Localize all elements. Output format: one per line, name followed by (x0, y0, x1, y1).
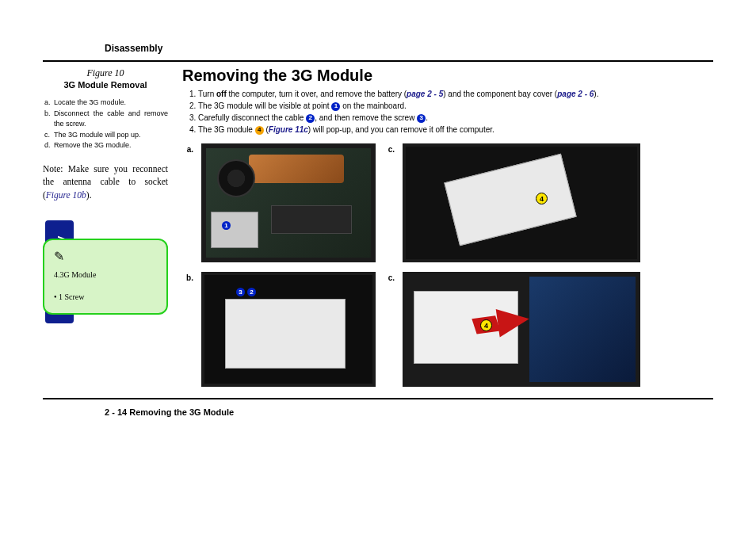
page-link-2-5[interactable]: page 2 - 5 (407, 90, 443, 98)
page-body: Disassembly Figure 10 3G Module Removal … (43, 38, 713, 417)
note-block: Note: Make sure you reconnect the antenn… (43, 162, 168, 202)
section-header: Disassembly (105, 43, 713, 54)
figure-label: Figure 10 (43, 67, 168, 79)
photo-c-top: 4 (403, 143, 640, 262)
figure-11c-link[interactable]: Figure 11c (269, 125, 308, 134)
removal-arrow-icon (496, 304, 532, 337)
photo-c-bottom: 4 (403, 272, 640, 387)
top-rule (43, 60, 713, 62)
parts-item-screw: • 1 Screw (54, 292, 157, 303)
photo-c2-marker-4: 4 (480, 319, 492, 331)
pencil-icon: ✎ (54, 248, 157, 266)
caption-c1: c. (384, 143, 395, 154)
marker-2-icon: 2 (306, 114, 315, 123)
main-column: Removing the 3G Module Turn off the comp… (182, 67, 713, 387)
step-1: Turn off the computer, turn it over, and… (198, 88, 713, 100)
figure-title: 3G Module Removal (43, 79, 168, 91)
image-grid: a. 1 c. 4 b. (182, 143, 713, 387)
photo-a-marker-1: 1 (222, 221, 231, 230)
marker-1-icon: 1 (331, 102, 340, 111)
parts-item-module: 4.3G Module (54, 269, 157, 281)
procedure-steps: Turn off the computer, turn it over, and… (182, 88, 713, 136)
parts-callout-box: ✎ 4.3G Module • 1 Screw (43, 239, 168, 315)
figure-step-d: Remove the 3G module. (54, 140, 168, 151)
figure-step-a: Locate the 3G module. (54, 97, 168, 109)
photo-b: 3 2 (201, 272, 376, 387)
page-title: Removing the 3G Module (182, 67, 713, 85)
caption-c2: c. (384, 272, 395, 282)
marker-4-icon: 4 (255, 126, 264, 135)
photo-a: 1 (201, 143, 376, 262)
marker-3-icon: 3 (417, 114, 426, 123)
step-3: Carefully disconnect the cable 2, and th… (198, 112, 713, 124)
bottom-rule (43, 398, 713, 399)
figure-steps: a.Locate the 3G module. b.Disconnect the… (44, 97, 168, 151)
step-2: The 3G module will be visible at point 1… (198, 100, 713, 112)
figure-step-c: The 3G module will pop up. (54, 130, 168, 141)
photo-b-marker-2: 2 (247, 288, 256, 296)
page-link-2-6[interactable]: page 2 - 6 (557, 90, 594, 98)
note-figure-ref[interactable]: Figure 10b (46, 190, 86, 200)
page-footer: 2 - 14 Removing the 3G Module (105, 407, 713, 417)
photo-c1-marker-4: 4 (536, 193, 548, 204)
caption-b: b. (182, 272, 193, 282)
photo-b-marker-3: 3 (236, 288, 245, 296)
step-4: The 3G module 4 (Figure 11c) will pop-up… (198, 124, 713, 136)
caption-a: a. (182, 143, 193, 154)
figure-step-b: Disconnect the cable and remove the scre… (54, 109, 168, 130)
note-tail: ). (86, 190, 92, 200)
left-column: Figure 10 3G Module Removal a.Locate the… (43, 67, 168, 315)
